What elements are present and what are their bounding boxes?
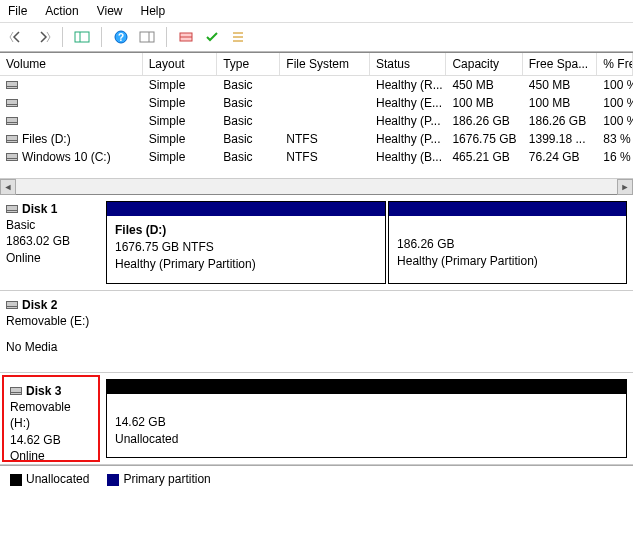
disk-size: 1863.02 GB bbox=[6, 233, 96, 249]
disk-size: 14.62 GB bbox=[10, 432, 92, 448]
table-row[interactable]: SimpleBasicHealthy (R...450 MB450 MB100 … bbox=[0, 76, 633, 94]
disk-name: Disk 2 bbox=[22, 297, 57, 313]
partition-title: Files (D:) bbox=[115, 222, 377, 239]
menu-view[interactable]: View bbox=[97, 4, 123, 18]
show-hide-action-icon[interactable] bbox=[136, 26, 158, 48]
disk-type: Removable (H:) bbox=[10, 399, 92, 431]
col-free[interactable]: Free Spa... bbox=[523, 53, 598, 75]
disk-type: Basic bbox=[6, 217, 96, 233]
col-volume[interactable]: Volume bbox=[0, 53, 143, 75]
svg-text:?: ? bbox=[118, 32, 124, 43]
disk-type: Removable (E:) bbox=[6, 313, 627, 329]
back-button[interactable] bbox=[6, 26, 28, 48]
cell-free: 186.26 GB bbox=[523, 112, 598, 130]
cell-status: Healthy (P... bbox=[370, 112, 446, 130]
cell-pct: 100 % bbox=[597, 94, 633, 112]
cell-layout: Simple bbox=[143, 94, 218, 112]
menu-help[interactable]: Help bbox=[141, 4, 166, 18]
cell-layout: Simple bbox=[143, 112, 218, 130]
help-icon[interactable]: ? bbox=[110, 26, 132, 48]
partitions-1: Files (D:) 1676.75 GB NTFS Healthy (Prim… bbox=[102, 195, 633, 290]
volume-icon bbox=[6, 81, 18, 89]
disk-name: Disk 1 bbox=[22, 201, 57, 217]
horizontal-scrollbar[interactable]: ◄ ► bbox=[0, 178, 633, 194]
disk-graph-pane: Disk 1 Basic 1863.02 GB Online Files (D:… bbox=[0, 194, 633, 465]
show-hide-console-icon[interactable] bbox=[71, 26, 93, 48]
cell-free: 100 MB bbox=[523, 94, 598, 112]
cell-capacity: 186.26 GB bbox=[446, 112, 522, 130]
volume-icon bbox=[6, 135, 18, 143]
toolbar: ? bbox=[0, 23, 633, 52]
cell-status: Healthy (P... bbox=[370, 130, 446, 148]
disk-icon bbox=[6, 301, 18, 309]
svg-rect-4 bbox=[140, 32, 154, 42]
col-type[interactable]: Type bbox=[217, 53, 280, 75]
cell-pct: 100 % bbox=[597, 76, 633, 94]
disk-icon bbox=[10, 387, 22, 395]
cell-fs: NTFS bbox=[280, 148, 370, 166]
table-row[interactable]: Files (D:)SimpleBasicNTFSHealthy (P...16… bbox=[0, 130, 633, 148]
col-status[interactable]: Status bbox=[370, 53, 446, 75]
disk-status: No Media bbox=[6, 339, 627, 355]
cell-capacity: 465.21 GB bbox=[446, 148, 522, 166]
col-fs[interactable]: File System bbox=[280, 53, 370, 75]
cell-pct: 100 % bbox=[597, 112, 633, 130]
scroll-left-icon[interactable]: ◄ bbox=[0, 179, 16, 195]
cell-status: Healthy (E... bbox=[370, 94, 446, 112]
refresh-icon[interactable] bbox=[175, 26, 197, 48]
disk-info-2[interactable]: Disk 2 Removable (E:) No Media bbox=[0, 291, 633, 372]
forward-button[interactable] bbox=[32, 26, 54, 48]
settings-list-icon[interactable] bbox=[227, 26, 249, 48]
table-row[interactable]: SimpleBasicHealthy (E...100 MB100 MB100 … bbox=[0, 94, 633, 112]
legend-unallocated: Unallocated bbox=[10, 472, 89, 486]
cell-type: Basic bbox=[217, 148, 280, 166]
partitions-3: 14.62 GB Unallocated bbox=[102, 373, 633, 464]
partition-header-primary bbox=[107, 202, 385, 216]
cell-volume: Windows 10 (C:) bbox=[0, 148, 143, 166]
partition-title bbox=[397, 222, 618, 236]
disk-icon bbox=[6, 205, 18, 213]
partition-files-d[interactable]: Files (D:) 1676.75 GB NTFS Healthy (Prim… bbox=[106, 201, 386, 284]
partition-186gb[interactable]: 186.26 GB Healthy (Primary Partition) bbox=[388, 201, 627, 284]
partition-unallocated[interactable]: 14.62 GB Unallocated bbox=[106, 379, 627, 458]
partition-header-primary bbox=[389, 202, 626, 216]
cell-layout: Simple bbox=[143, 130, 218, 148]
cell-pct: 83 % bbox=[597, 130, 633, 148]
cell-free: 450 MB bbox=[523, 76, 598, 94]
partition-size: 1676.75 GB NTFS bbox=[115, 239, 377, 256]
swatch-unallocated bbox=[10, 474, 22, 486]
swatch-primary bbox=[107, 474, 119, 486]
col-pct[interactable]: % Fre bbox=[597, 53, 633, 75]
menu-file[interactable]: File bbox=[8, 4, 27, 18]
scroll-right-icon[interactable]: ► bbox=[617, 179, 633, 195]
partition-status: Unallocated bbox=[115, 431, 618, 448]
partition-header-unallocated bbox=[107, 380, 626, 394]
cell-capacity: 450 MB bbox=[446, 76, 522, 94]
svg-rect-0 bbox=[75, 32, 89, 42]
legend-primary: Primary partition bbox=[107, 472, 210, 486]
disk-info-3[interactable]: Disk 3 Removable (H:) 14.62 GB Online bbox=[2, 375, 100, 462]
table-row[interactable]: SimpleBasicHealthy (P...186.26 GB186.26 … bbox=[0, 112, 633, 130]
cell-type: Basic bbox=[217, 130, 280, 148]
cell-pct: 16 % bbox=[597, 148, 633, 166]
col-layout[interactable]: Layout bbox=[143, 53, 218, 75]
cell-volume bbox=[0, 112, 143, 130]
volume-list-header: Volume Layout Type File System Status Ca… bbox=[0, 53, 633, 76]
cell-volume bbox=[0, 76, 143, 94]
menu-action[interactable]: Action bbox=[45, 4, 78, 18]
cell-type: Basic bbox=[217, 76, 280, 94]
col-capacity[interactable]: Capacity bbox=[446, 53, 522, 75]
checklist-icon[interactable] bbox=[201, 26, 223, 48]
disk-status: Online bbox=[10, 448, 92, 464]
table-row[interactable]: Windows 10 (C:)SimpleBasicNTFSHealthy (B… bbox=[0, 148, 633, 166]
cell-type: Basic bbox=[217, 94, 280, 112]
cell-volume: Files (D:) bbox=[0, 130, 143, 148]
disk-info-1[interactable]: Disk 1 Basic 1863.02 GB Online bbox=[0, 195, 102, 290]
menu-bar: File Action View Help bbox=[0, 0, 633, 23]
volume-icon bbox=[6, 153, 18, 161]
volume-list: Volume Layout Type File System Status Ca… bbox=[0, 52, 633, 166]
volume-list-body: SimpleBasicHealthy (R...450 MB450 MB100 … bbox=[0, 76, 633, 166]
cell-fs bbox=[280, 94, 370, 112]
partition-size: 14.62 GB bbox=[115, 414, 618, 431]
cell-fs: NTFS bbox=[280, 130, 370, 148]
